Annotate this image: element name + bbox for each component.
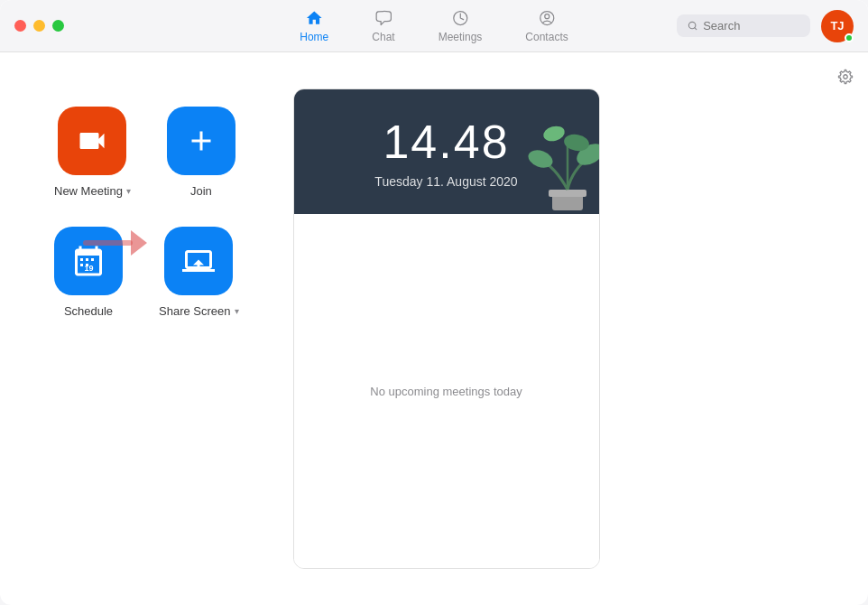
titlebar-right: TJ: [677, 10, 854, 42]
traffic-lights: [14, 20, 64, 32]
calendar-header: 14.48 Tuesday 11. August 2020: [294, 89, 599, 214]
share-screen-chevron: ▾: [235, 306, 239, 316]
search-input[interactable]: [703, 19, 799, 33]
minimize-button[interactable]: [33, 20, 45, 32]
tab-chat-label: Chat: [372, 31, 394, 43]
svg-text:19: 19: [85, 264, 94, 273]
avatar-initials: TJ: [830, 19, 844, 33]
titlebar: Home Chat Meetings: [0, 0, 868, 52]
settings-button[interactable]: [837, 69, 854, 88]
close-button[interactable]: [14, 20, 26, 32]
contacts-icon: [537, 8, 557, 28]
share-screen-label: Share Screen ▾: [159, 304, 239, 318]
search-box[interactable]: [677, 14, 810, 37]
calendar-time: 14.48: [383, 115, 509, 169]
calendar-date: Tuesday 11. August 2020: [374, 174, 517, 189]
plant-decoration: [527, 116, 599, 214]
new-meeting-label: New Meeting ▾: [54, 184, 131, 198]
search-icon: [688, 20, 697, 32]
meetings-icon: [450, 8, 470, 28]
join-label: Join: [190, 184, 212, 198]
new-meeting-chevron: ▾: [126, 186, 131, 196]
actions-row-1: New Meeting ▾ Join: [54, 107, 239, 198]
main-content: New Meeting ▾ Join: [0, 52, 868, 605]
share-screen-button[interactable]: [164, 227, 233, 295]
share-screen-item[interactable]: Share Screen ▾: [159, 227, 239, 318]
calendar-body: No upcoming meetings today: [294, 214, 599, 568]
maximize-button[interactable]: [52, 20, 64, 32]
online-indicator: [845, 33, 854, 42]
tab-home-label: Home: [300, 31, 328, 43]
chat-icon: [374, 8, 393, 28]
tab-contacts[interactable]: Contacts: [518, 5, 575, 47]
tab-contacts-label: Contacts: [525, 31, 568, 43]
no-meetings-text: No upcoming meetings today: [370, 385, 522, 398]
schedule-label: Schedule: [64, 304, 113, 318]
join-item[interactable]: Join: [167, 107, 235, 198]
arrow-shaft: [83, 240, 133, 246]
tab-meetings-label: Meetings: [439, 31, 483, 43]
tab-meetings[interactable]: Meetings: [431, 5, 490, 47]
tab-chat[interactable]: Chat: [365, 5, 402, 47]
avatar[interactable]: TJ: [821, 10, 854, 42]
arrow-head: [131, 230, 147, 256]
actions-panel: New Meeting ▾ Join: [54, 88, 239, 569]
join-button[interactable]: [167, 107, 235, 175]
svg-point-8: [541, 124, 566, 144]
new-meeting-button[interactable]: [58, 107, 126, 175]
nav-tabs: Home Chat Meetings: [292, 5, 575, 47]
calendar-panel: 14.48 Tuesday 11. August 2020: [293, 88, 600, 569]
new-meeting-item[interactable]: New Meeting ▾: [54, 107, 131, 198]
home-icon: [304, 8, 324, 28]
tab-home[interactable]: Home: [292, 5, 336, 47]
svg-rect-4: [549, 190, 586, 197]
arrow-indicator: [83, 230, 147, 256]
